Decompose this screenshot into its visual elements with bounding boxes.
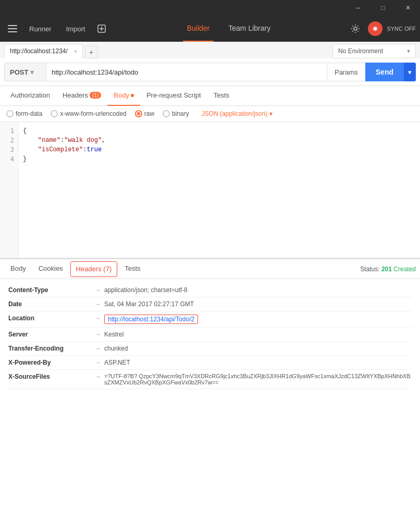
svg-rect-0 [8, 25, 17, 26]
header-location: Location → http://localhost:1234/api/Tod… [8, 311, 412, 328]
method-selector[interactable]: POST ▾ [4, 63, 46, 81]
main-toolbar: Runner Import Builder Team Library SYNC … [0, 16, 420, 42]
url-area: http://localhost:1234/ × + No Environmen… [0, 42, 420, 86]
header-name-content-type: Content-Type [8, 286, 92, 294]
header-value-transfer-encoding: chunked [104, 345, 128, 352]
send-dropdown-button[interactable]: ▾ [404, 63, 416, 81]
header-arrow-0: → [95, 286, 101, 294]
raw-radio[interactable] [135, 110, 142, 117]
urlencoded-label: x-www-form-urlencoded [60, 110, 126, 117]
new-request-button[interactable] [93, 20, 110, 37]
json-type-selector[interactable]: JSON (application/json) ▾ [202, 110, 273, 117]
response-status: Status: 201 Created [360, 266, 416, 273]
line-num-2: 2 [0, 136, 18, 145]
add-tab-button[interactable]: + [85, 46, 97, 58]
header-content-type: Content-Type → application/json; charset… [8, 283, 412, 297]
header-name-date: Date [8, 300, 92, 308]
key-name: "name" [23, 136, 60, 145]
tests-tab[interactable]: Tests [207, 86, 236, 106]
toolbar-center: Builder Team Library [110, 16, 347, 42]
colon-1: : [60, 136, 64, 145]
binary-label: binary [172, 110, 189, 117]
close-button[interactable]: ✕ [396, 0, 420, 16]
line-num-1: 1 [0, 126, 18, 136]
builder-tab[interactable]: Builder [183, 16, 214, 42]
key-iscomplete: "isComplete" [23, 145, 83, 154]
header-arrow-4: → [95, 345, 101, 352]
send-button[interactable]: Send [365, 63, 404, 81]
response-headers-tab[interactable]: Headers (7) [70, 261, 118, 277]
status-text: Created [393, 266, 416, 273]
settings-button[interactable] [347, 20, 364, 37]
body-tab[interactable]: Body [107, 86, 140, 106]
header-name-x-powered-by: X-Powered-By [8, 359, 92, 366]
toolbar-left: Runner Import [4, 20, 110, 37]
header-arrow-2: → [95, 315, 101, 322]
request-subtabs: Authorization Headers (1) Body Pre-reque… [0, 86, 420, 106]
title-bar: ─ □ ✕ [0, 0, 420, 16]
line-num-4: 4 [0, 154, 18, 164]
team-library-tab[interactable]: Team Library [224, 16, 275, 42]
open-brace: { [23, 126, 27, 136]
binary-radio[interactable] [163, 110, 170, 117]
line-numbers: 1 2 3 4 [0, 122, 19, 258]
line-num-3: 3 [0, 145, 18, 154]
binary-option[interactable]: binary [163, 110, 189, 117]
code-content[interactable]: { "name" : "walk dog" , "isComplete" : t… [19, 122, 420, 258]
response-tests-tab[interactable]: Tests [118, 259, 146, 279]
urlencoded-radio[interactable] [51, 110, 58, 117]
header-x-sourcefiles: X-SourceFiles → =?UTF-8?B? QzpcY3Nwcm9qT… [8, 370, 412, 389]
maximize-button[interactable]: □ [371, 0, 395, 16]
header-x-powered-by: X-Powered-By → ASP.NET [8, 356, 412, 370]
env-dropdown-icon: ▾ [407, 47, 410, 55]
tab-close-icon[interactable]: × [74, 48, 77, 54]
sidebar-toggle-button[interactable] [4, 20, 21, 37]
sync-button[interactable]: SYNC OFF [387, 26, 416, 32]
params-button[interactable]: Params [327, 63, 365, 81]
header-arrow-6: → [95, 373, 101, 380]
form-data-radio[interactable] [6, 110, 14, 117]
response-headers-list: Content-Type → application/json; charset… [0, 279, 420, 393]
header-arrow-1: → [95, 300, 101, 308]
minimize-button[interactable]: ─ [346, 0, 370, 16]
environment-dropdown[interactable]: No Environment ▾ [332, 44, 416, 58]
response-cookies-tab[interactable]: Cookies [32, 259, 69, 279]
header-value-content-type: application/json; charset=utf-8 [104, 286, 188, 294]
code-line-1: { [23, 126, 416, 136]
code-editor: 1 2 3 4 { "name" : "walk dog" , "isCompl… [0, 122, 420, 258]
prerequest-tab[interactable]: Pre-request Script [140, 86, 207, 106]
json-type-label: JSON (application/json) [202, 110, 267, 117]
status-code: 201 [381, 266, 392, 273]
method-dropdown-icon: ▾ [30, 68, 34, 76]
svg-point-4 [354, 27, 357, 30]
response-tabs-row: Body Cookies Headers (7) Tests Status: 2… [0, 259, 420, 279]
json-type-dropdown-icon: ▾ [269, 110, 273, 117]
body-active-dot [131, 94, 134, 97]
window-controls: ─ □ ✕ [346, 0, 420, 16]
headers-count-badge: (1) [90, 92, 101, 99]
tab-url: http://localhost:1234/ [10, 47, 68, 55]
header-date: Date → Sat, 04 Mar 2017 02:27:17 GMT [8, 297, 412, 311]
headers-tab[interactable]: Headers (1) [56, 86, 107, 106]
header-value-location[interactable]: http://localhost:1234/api/Todo/2 [104, 315, 198, 324]
sync-indicator [368, 21, 382, 36]
header-name-server: Server [8, 331, 92, 338]
form-data-label: form-data [16, 110, 42, 117]
raw-option[interactable]: raw [135, 110, 154, 117]
toolbar-right: SYNC OFF [347, 20, 416, 37]
urlencoded-option[interactable]: x-www-form-urlencoded [51, 110, 126, 117]
import-button[interactable]: Import [60, 20, 92, 37]
close-brace: } [23, 154, 27, 164]
runner-button[interactable]: Runner [23, 20, 58, 37]
request-tab[interactable]: http://localhost:1234/ × [4, 44, 83, 58]
header-value-date: Sat, 04 Mar 2017 02:27:17 GMT [104, 300, 194, 308]
form-data-option[interactable]: form-data [6, 110, 42, 117]
authorization-tab[interactable]: Authorization [4, 86, 56, 106]
header-arrow-3: → [95, 331, 101, 338]
comma-1: , [102, 136, 105, 145]
header-name-x-sourcefiles: X-SourceFiles [8, 373, 92, 380]
header-value-server: Kestrel [104, 331, 123, 338]
response-body-tab[interactable]: Body [4, 259, 32, 279]
header-server: Server → Kestrel [8, 328, 412, 342]
url-input[interactable] [46, 63, 327, 81]
